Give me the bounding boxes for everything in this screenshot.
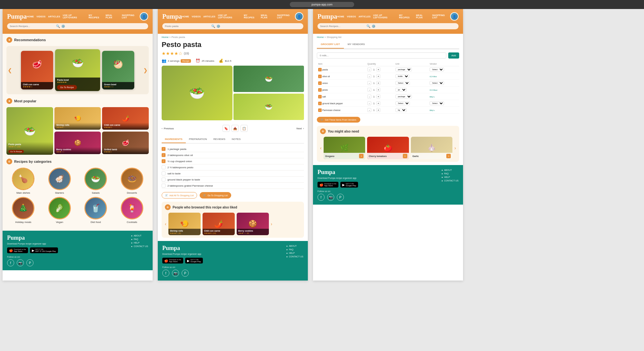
check-7[interactable] xyxy=(162,184,166,188)
footer-faq[interactable]: ● FAQ xyxy=(131,238,148,240)
unit-select-3[interactable]: Select xyxy=(395,81,410,85)
qty-minus-5[interactable]: - xyxy=(367,95,371,98)
qty-plus-5[interactable]: + xyxy=(376,95,380,98)
search-input-recipe[interactable] xyxy=(165,25,210,28)
unit-select-1[interactable]: package xyxy=(395,68,412,71)
go-to-recipe-btn[interactable]: Go To Recipe xyxy=(57,85,77,90)
item-check-1[interactable]: ✓ xyxy=(318,68,322,71)
footer-contact-s[interactable]: ● CONTACT US xyxy=(441,180,459,182)
nav-videos-r[interactable]: VIDEOS xyxy=(192,15,201,18)
also-liked-item-2[interactable]: 🌶️ Chili con carne ★★★★½ (18) xyxy=(203,213,235,235)
facebook-icon-r[interactable]: f xyxy=(162,270,169,277)
unit-select-2[interactable]: bottle xyxy=(395,74,409,78)
grocery-tab-vendors[interactable]: MY VENDORS xyxy=(344,41,369,49)
might-need-add-2[interactable]: + xyxy=(403,154,407,158)
unit-select-4[interactable]: jar xyxy=(395,88,407,92)
nav-leftovers-link[interactable]: USE UP LEFTOVERS xyxy=(63,14,86,19)
nav-videos-link[interactable]: VIDEOS xyxy=(36,15,45,18)
nav-mealplan-link[interactable]: MEAL PLAN xyxy=(106,14,119,19)
might-need-item-2[interactable]: 🍅 Cherry tomatoes + xyxy=(367,137,409,159)
pinterest-icon-r[interactable]: P xyxy=(182,270,189,277)
tab-notes[interactable]: NOTES xyxy=(229,136,244,143)
filter-icon-s[interactable]: ⚙️ xyxy=(372,24,375,28)
item-check-3[interactable]: ✓ xyxy=(318,81,322,85)
url-bar[interactable]: pumpa-app.com xyxy=(290,2,354,7)
footer-about[interactable]: ● ABOUT xyxy=(131,235,148,237)
category-diet[interactable]: 🥤 Diet food xyxy=(79,197,113,224)
item-check-5[interactable]: ✓ xyxy=(318,95,322,98)
vendor-select-1[interactable]: Select xyxy=(430,68,444,71)
category-starters[interactable]: 🦪 Starters xyxy=(43,168,77,194)
nav-myrecipes-r[interactable]: MY RECIPES xyxy=(244,14,258,19)
qty-plus-4[interactable]: + xyxy=(376,88,380,92)
might-need-item-1[interactable]: 🌿 Oregano + xyxy=(324,137,365,159)
vendor-select-6[interactable]: Select xyxy=(430,101,444,105)
breadcrumb-home-link[interactable]: Home xyxy=(162,36,168,39)
item-check-6[interactable]: ✓ xyxy=(318,102,322,105)
share-icon[interactable]: 📤 xyxy=(232,125,239,132)
avatar-shopping[interactable]: 👤 xyxy=(450,12,459,21)
filter-icon-r[interactable]: ⚙️ xyxy=(216,24,220,28)
list-icon[interactable]: 📋 xyxy=(241,125,248,132)
footer-contact[interactable]: ● CONTACT US xyxy=(131,245,148,247)
qty-plus-2[interactable]: + xyxy=(376,74,380,78)
check-5[interactable] xyxy=(162,171,166,175)
qty-plus-1[interactable]: + xyxy=(376,68,380,71)
category-cocktails[interactable]: 🍹 Cocktails xyxy=(115,197,149,224)
tab-reviews[interactable]: REVIEWS xyxy=(210,136,229,143)
pinterest-icon-s[interactable]: P xyxy=(337,194,344,201)
googleplay-btn-recipe[interactable]: ▶ GET IT ON Google Play xyxy=(185,258,203,263)
facebook-icon-s[interactable]: f xyxy=(317,194,325,201)
might-need-next[interactable]: › xyxy=(454,145,456,151)
unit-select-6[interactable]: Select xyxy=(395,101,410,105)
qty-plus-6[interactable]: + xyxy=(376,101,380,105)
breadcrumb-home-s[interactable]: Home xyxy=(317,36,324,39)
nav-articles-r[interactable]: ARTICLES xyxy=(204,15,215,18)
item-check-7[interactable]: ✓ xyxy=(318,108,322,112)
category-vegan[interactable]: 🥬 Vegan xyxy=(43,197,77,224)
category-main-dishes[interactable]: 🍗 Main dishes xyxy=(6,168,40,194)
popular-item-lamb[interactable]: 🥩 Grilled lamb ★★★★☆ xyxy=(102,132,149,154)
pinterest-icon[interactable]: P xyxy=(26,259,33,266)
qty-minus-2[interactable]: - xyxy=(367,74,371,78)
googleplay-btn-home[interactable]: ▶ GET IT ON GET IT ON Google Play xyxy=(30,247,58,253)
facebook-icon[interactable]: f xyxy=(7,259,14,266)
also-liked-next[interactable]: › xyxy=(271,221,272,226)
nav-home-r[interactable]: HOME xyxy=(182,15,189,18)
check-4[interactable] xyxy=(162,165,166,169)
footer-faq-s[interactable]: ● FAQ xyxy=(441,172,459,175)
check-3[interactable]: ✓ xyxy=(162,159,166,163)
check-1[interactable]: ✓ xyxy=(162,147,166,151)
might-need-add-1[interactable]: + xyxy=(359,154,364,158)
nav-leftovers-s[interactable]: USE UP LEFTOVERS xyxy=(373,14,396,19)
popular-item-pasta[interactable]: 🥗 Pesto pasta ★★★½☆ (15) Go To Recipe xyxy=(6,107,53,155)
check-2[interactable]: ✓ xyxy=(162,153,166,157)
carousel-next[interactable]: ❯ xyxy=(143,67,147,73)
qty-plus-7[interactable]: + xyxy=(376,108,380,112)
footer-help[interactable]: ● HELP xyxy=(131,242,148,244)
category-desserts[interactable]: 🍩 Desserts xyxy=(115,168,149,194)
nav-articles-s[interactable]: ARTICLES xyxy=(359,15,371,18)
also-liked-item-1[interactable]: 🍤 Shrimp rolls ★★★★☆ (8) xyxy=(168,213,201,235)
nav-shopping-r[interactable]: SHOPPING LIST xyxy=(277,14,295,19)
qty-minus-3[interactable]: - xyxy=(367,81,371,85)
nav-shopping-s[interactable]: SHOPPING LIST xyxy=(432,14,450,19)
popular-item-shrimp[interactable]: 🍤 Shrimp rolls ★★★★☆ xyxy=(54,107,101,130)
qty-minus-4[interactable]: - xyxy=(367,88,371,92)
filter-icon[interactable]: ⚙️ xyxy=(61,24,65,28)
unit-select-7[interactable]: kg xyxy=(395,108,407,112)
might-need-add-3[interactable]: + xyxy=(446,154,451,158)
might-need-item-3[interactable]: 🧄 Garlic + xyxy=(411,137,453,159)
prev-recipe-btn[interactable]: ‹ Previous xyxy=(162,127,174,130)
grocery-tab-grocery[interactable]: GROCERY LIST xyxy=(317,41,344,49)
go-to-shopping-btn[interactable]: 🛒 Go To Shopping List xyxy=(200,192,231,199)
get-items-btn[interactable]: 🛒 Get These Items From Vendors xyxy=(317,117,360,123)
appstore-btn-shopping[interactable]: 🍎 Download on the App Store xyxy=(317,182,338,188)
also-liked-item-3[interactable]: 🍪 Berry cookies ★★★☆☆ (8) xyxy=(237,213,269,235)
check-6[interactable] xyxy=(162,178,166,181)
popular-go-btn[interactable]: Go To Recipe xyxy=(8,150,24,153)
add-item-input[interactable] xyxy=(317,52,446,59)
category-holiday[interactable]: 🎄 Holiday meals xyxy=(6,197,40,224)
nav-mealplan-s[interactable]: MEAL PLAN xyxy=(416,14,430,19)
appstore-btn-recipe[interactable]: 🍎 Download on the App Store xyxy=(162,258,183,263)
